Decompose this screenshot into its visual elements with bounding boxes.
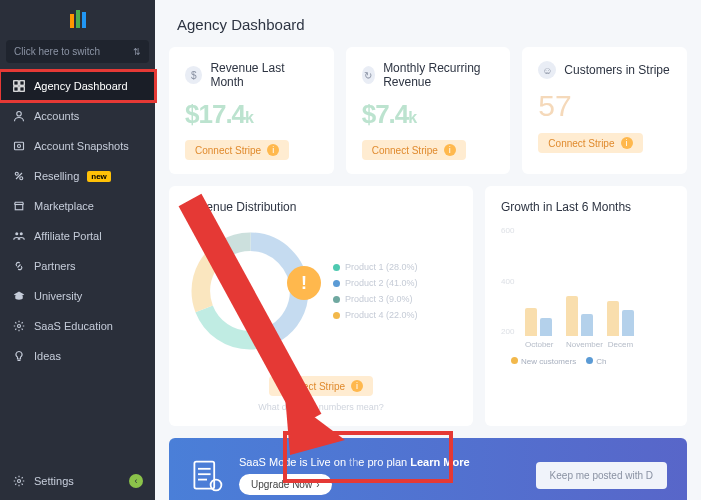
sidebar-item-label: Ideas xyxy=(34,350,61,362)
sidebar-item-label: Partners xyxy=(34,260,76,272)
svg-point-12 xyxy=(18,325,21,328)
connect-stripe-button[interactable]: Connect Stripei xyxy=(269,376,373,396)
svg-point-22 xyxy=(211,479,222,490)
kpi-value: $17.4k xyxy=(185,99,318,130)
donut-chart: ! xyxy=(185,226,315,356)
svg-point-11 xyxy=(20,232,23,235)
svg-point-7 xyxy=(15,172,18,175)
svg-point-10 xyxy=(15,232,18,235)
charts-row: Revenue Distribution ! Product 1 (28.0%)… xyxy=(169,186,687,426)
sidebar-item-partners[interactable]: Partners xyxy=(0,251,155,281)
kpi-row: $ Revenue Last Month $17.4k Connect Stri… xyxy=(169,47,687,174)
connect-stripe-button[interactable]: Connect Stripei xyxy=(538,133,642,153)
sidebar-item-label: University xyxy=(34,290,82,302)
sidebar-item-saas-education[interactable]: SaaS Education xyxy=(0,311,155,341)
kpi-label: Customers in Stripe xyxy=(564,63,669,77)
sidebar: Click here to switch ⇅ Agency Dashboard … xyxy=(0,0,155,500)
svg-point-13 xyxy=(18,480,21,483)
legend-item: Product 4 (22.0%) xyxy=(333,310,418,320)
svg-rect-5 xyxy=(15,142,24,150)
kpi-label: Revenue Last Month xyxy=(210,61,317,89)
sidebar-item-ideas[interactable]: Ideas xyxy=(0,341,155,371)
svg-rect-0 xyxy=(14,81,19,86)
warning-icon: ! xyxy=(287,266,321,300)
svg-rect-1 xyxy=(20,81,25,86)
svg-point-8 xyxy=(20,177,23,180)
people-icon xyxy=(12,229,26,243)
sidebar-item-accounts[interactable]: Accounts xyxy=(0,101,155,131)
info-icon: i xyxy=(621,137,633,149)
new-badge: new xyxy=(87,171,111,182)
svg-rect-2 xyxy=(14,87,19,92)
svg-point-4 xyxy=(17,112,22,117)
settings-label: Settings xyxy=(34,475,74,487)
collapse-sidebar-button[interactable]: ‹ xyxy=(129,474,143,488)
customers-icon: ☺ xyxy=(538,61,556,79)
snapshot-icon xyxy=(12,139,26,153)
legend-item: Product 1 (28.0%) xyxy=(333,262,418,272)
info-icon: i xyxy=(267,144,279,156)
sidebar-item-label: Reselling xyxy=(34,170,79,182)
sidebar-item-label: SaaS Education xyxy=(34,320,113,332)
svg-rect-3 xyxy=(20,87,25,92)
connect-stripe-button[interactable]: Connect Stripei xyxy=(362,140,466,160)
logo xyxy=(0,0,155,36)
sidebar-item-snapshots[interactable]: Account Snapshots xyxy=(0,131,155,161)
sidebar-item-label: Accounts xyxy=(34,110,79,122)
sidebar-item-label: Marketplace xyxy=(34,200,94,212)
kpi-value: 57 xyxy=(538,89,671,123)
page-title: Agency Dashboard xyxy=(177,16,687,33)
growth-card: Growth in Last 6 Months 600400200 Octobe… xyxy=(485,186,687,426)
upgrade-now-button[interactable]: Upgrade Now› xyxy=(239,474,332,495)
store-icon xyxy=(12,199,26,213)
info-icon: i xyxy=(351,380,363,392)
switcher-label: Click here to switch xyxy=(14,46,100,57)
sidebar-item-reselling[interactable]: Reselling new xyxy=(0,161,155,191)
upgrade-banner: SaaS Mode is Live on the pro plan Learn … xyxy=(169,438,687,500)
link-icon xyxy=(12,259,26,273)
bulb-icon xyxy=(12,349,26,363)
growth-legend: New customers Ch xyxy=(501,357,671,366)
sidebar-item-agency-dashboard[interactable]: Agency Dashboard xyxy=(0,71,155,101)
gear-icon xyxy=(12,319,26,333)
sidebar-item-affiliate[interactable]: Affiliate Portal xyxy=(0,221,155,251)
chevron-right-icon: › xyxy=(316,479,319,490)
revenue-icon: $ xyxy=(185,66,202,84)
sidebar-item-label: Account Snapshots xyxy=(34,140,129,152)
account-switcher[interactable]: Click here to switch ⇅ xyxy=(6,40,149,63)
chart-title: Revenue Distribution xyxy=(185,200,457,214)
chevron-updown-icon: ⇅ xyxy=(133,47,141,57)
dashboard-icon xyxy=(12,79,26,93)
sidebar-item-university[interactable]: University xyxy=(0,281,155,311)
banner-text: SaaS Mode is Live on the pro plan Learn … xyxy=(239,456,470,468)
help-text: What do these numbers mean? xyxy=(185,402,457,412)
keep-posted-button[interactable]: Keep me posted with D xyxy=(536,462,667,489)
bar-chart: 600400200 xyxy=(501,226,671,336)
kpi-label: Monthly Recurring Revenue xyxy=(383,61,494,89)
sidebar-item-marketplace[interactable]: Marketplace xyxy=(0,191,155,221)
sidebar-item-settings[interactable]: Settings ‹ xyxy=(0,468,155,494)
info-icon: i xyxy=(444,144,456,156)
legend-item: Product 3 (9.0%) xyxy=(333,294,418,304)
sidebar-item-label: Agency Dashboard xyxy=(34,80,128,92)
user-icon xyxy=(12,109,26,123)
main-content: Agency Dashboard $ Revenue Last Month $1… xyxy=(155,0,701,500)
kpi-customers: ☺ Customers in Stripe 57 Connect Stripei xyxy=(522,47,687,174)
sidebar-item-label: Affiliate Portal xyxy=(34,230,102,242)
kpi-value: $7.4k xyxy=(362,99,495,130)
x-axis: OctoberNovemberDecem xyxy=(501,340,671,349)
legend-item: Ch xyxy=(586,357,606,366)
settings-icon xyxy=(12,474,26,488)
nav: Agency Dashboard Accounts Account Snapsh… xyxy=(0,71,155,371)
document-icon xyxy=(189,458,225,494)
revenue-distribution-card: Revenue Distribution ! Product 1 (28.0%)… xyxy=(169,186,473,426)
legend: Product 1 (28.0%) Product 2 (41.0%) Prod… xyxy=(333,256,418,326)
y-axis: 600400200 xyxy=(501,226,514,336)
svg-rect-9 xyxy=(15,205,23,210)
reselling-icon xyxy=(12,169,26,183)
graduation-icon xyxy=(12,289,26,303)
kpi-mrr: ↻ Monthly Recurring Revenue $7.4k Connec… xyxy=(346,47,511,174)
svg-point-6 xyxy=(18,145,21,148)
legend-item: Product 2 (41.0%) xyxy=(333,278,418,288)
connect-stripe-button[interactable]: Connect Stripei xyxy=(185,140,289,160)
